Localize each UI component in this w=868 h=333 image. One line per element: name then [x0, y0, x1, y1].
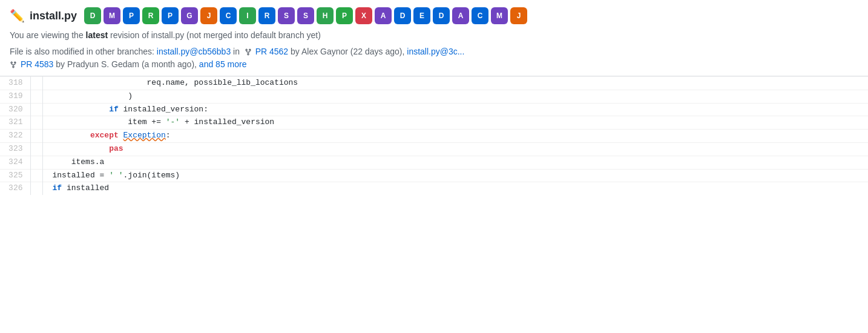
avatar-badge[interactable]: G	[181, 7, 198, 24]
line-number: 322	[0, 130, 30, 143]
avatar-badge[interactable]: J	[200, 7, 217, 24]
line-code: if installed	[42, 182, 868, 195]
line-gutter	[30, 156, 42, 169]
file-title-row: ✏️ install.py DMPRPGJCIRSSHPXADEDACMJ	[10, 7, 858, 24]
line-code: except Exception:	[42, 130, 868, 143]
line-number: 324	[0, 156, 30, 169]
table-row: 323 pas	[0, 142, 868, 156]
avatar-badge[interactable]: R	[258, 7, 275, 24]
line-gutter	[30, 182, 42, 195]
line-number: 325	[0, 169, 30, 182]
avatar-badge[interactable]: D	[394, 7, 411, 24]
table-row: 319 )	[0, 90, 868, 103]
avatar-badge[interactable]: S	[278, 7, 295, 24]
avatar-badge[interactable]: C	[472, 7, 488, 24]
pr-link-2[interactable]: PR 4583	[21, 59, 53, 69]
line-gutter	[30, 103, 42, 116]
line-gutter	[30, 169, 42, 182]
table-row: 324 items.a	[0, 156, 868, 169]
avatar-badge[interactable]: R	[142, 7, 159, 24]
line-gutter	[30, 116, 42, 130]
table-row: 321 item += '-' + installed_version	[0, 116, 868, 130]
line-number: 321	[0, 116, 30, 130]
avatar-badge[interactable]: A	[375, 7, 392, 24]
line-gutter	[30, 130, 42, 143]
avatar-badge[interactable]: M	[104, 7, 120, 24]
header: ✏️ install.py DMPRPGJCIRSSHPXADEDACMJ Yo…	[0, 0, 868, 71]
table-row: 322 except Exception:	[0, 130, 868, 143]
line-number: 323	[0, 142, 30, 156]
avatar-badge[interactable]: P	[336, 7, 353, 24]
info-line-1: You are viewing the latest revision of i…	[10, 29, 858, 42]
avatar-badge[interactable]: I	[239, 7, 256, 24]
avatar-badge[interactable]: S	[297, 7, 314, 24]
line-code: items.a	[42, 156, 868, 169]
line-gutter	[30, 90, 42, 103]
branch-icon-2	[10, 61, 17, 68]
line-number: 320	[0, 103, 30, 116]
avatar-badge[interactable]: H	[317, 7, 334, 24]
table-row: 326if installed	[0, 182, 868, 195]
avatar-badge[interactable]: D	[433, 7, 450, 24]
line-code: )	[42, 90, 868, 103]
info-line-2: File is also modified in other branches:…	[10, 45, 858, 71]
file-title: install.py	[30, 10, 77, 22]
line-code: pas	[42, 142, 868, 156]
line-code: item += '-' + installed_version	[42, 116, 868, 130]
install-link-1[interactable]: install.py@cb56bb3	[157, 47, 231, 56]
latest-bold: latest	[86, 30, 108, 40]
avatar-badge[interactable]: J	[510, 7, 527, 24]
magic-icon: ✏️	[10, 8, 25, 23]
code-table: 318 req.name, possible_lib_locations319 …	[0, 76, 868, 195]
line-number: 318	[0, 77, 30, 90]
line-gutter	[30, 77, 42, 90]
line-code: if installed_version:	[42, 103, 868, 116]
avatar-badge[interactable]: P	[162, 7, 179, 24]
avatar-badge[interactable]: E	[413, 7, 430, 24]
line-number: 319	[0, 90, 30, 103]
avatar-badge[interactable]: D	[84, 7, 101, 24]
line-gutter	[30, 142, 42, 156]
avatar-badge[interactable]: C	[220, 7, 237, 24]
table-row: 325installed = ' '.join(items)	[0, 169, 868, 182]
avatar-badge[interactable]: P	[123, 7, 140, 24]
more-link[interactable]: and 85 more	[199, 59, 247, 69]
table-row: 320 if installed_version:	[0, 103, 868, 116]
code-section: 318 req.name, possible_lib_locations319 …	[0, 76, 868, 195]
table-row: 318 req.name, possible_lib_locations	[0, 77, 868, 90]
line-code: req.name, possible_lib_locations	[42, 77, 868, 90]
pr-link-1[interactable]: PR 4562	[255, 47, 288, 56]
avatar-badge[interactable]: M	[491, 7, 508, 24]
line-number: 326	[0, 182, 30, 195]
line-code: installed = ' '.join(items)	[42, 169, 868, 182]
install-link-2[interactable]: install.py@3c...	[407, 47, 464, 56]
avatar-row: DMPRPGJCIRSSHPXADEDACMJ	[84, 7, 527, 24]
avatar-badge[interactable]: X	[355, 7, 372, 24]
branch-icon-1	[245, 48, 252, 56]
avatar-badge[interactable]: A	[452, 7, 469, 24]
